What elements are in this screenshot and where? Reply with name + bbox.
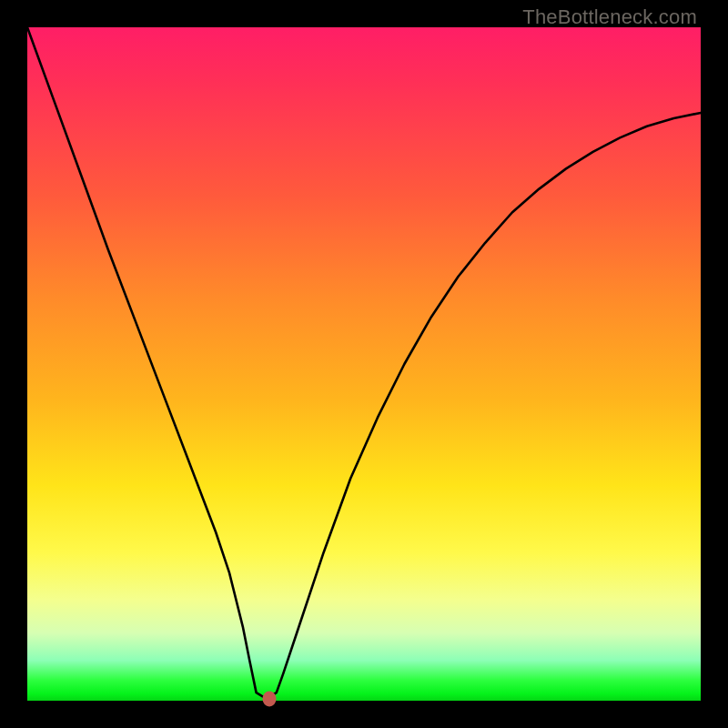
bottleneck-curve xyxy=(27,27,701,701)
chart-frame: TheBottleneck.com xyxy=(0,0,728,728)
watermark-text: TheBottleneck.com xyxy=(522,5,697,29)
plot-area xyxy=(27,27,701,701)
optimal-point-marker xyxy=(263,691,277,706)
